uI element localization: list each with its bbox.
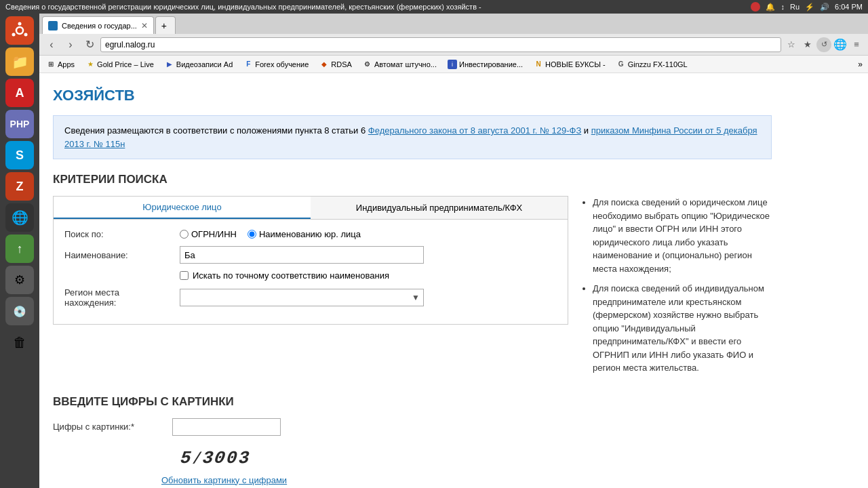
- exact-match-checkbox[interactable]: [180, 271, 189, 280]
- region-select[interactable]: [180, 289, 424, 306]
- bookmark-ginzzu-label: Ginzzu FX-110GL: [628, 60, 688, 68]
- bookmark-list-icon[interactable]: ★: [800, 37, 815, 52]
- form-body: Поиск по: ОГРН/ИНН Наименованию юр. лица: [54, 220, 568, 324]
- region-row: Регион места нахождения: ▼: [64, 287, 557, 308]
- forward-button[interactable]: ›: [62, 37, 79, 53]
- php-icon[interactable]: PHP: [5, 110, 34, 138]
- bookmark-apps[interactable]: ⊞ Apps: [42, 58, 79, 70]
- cdrom-icon[interactable]: 💿: [5, 297, 34, 325]
- back-button[interactable]: ‹: [43, 37, 60, 53]
- investment-icon: i: [448, 60, 457, 69]
- search-layout: Юридическое лицо Индивидуальный предприн…: [53, 196, 772, 382]
- address-bar[interactable]: [100, 37, 781, 52]
- app-sidebar: 📁 A PHP S Z 🌐 ↑ ⚙ 💿 🗑: [0, 14, 39, 488]
- update-manager-icon[interactable]: ↑: [5, 235, 34, 263]
- bookmark-gold-price-label: Gold Price – Live: [97, 60, 154, 68]
- captcha-image-area: 5/3003: [161, 441, 772, 475]
- lang-indicator: Ru: [790, 3, 800, 11]
- help-item-2: Для поиска сведений об индивидуальном пр…: [593, 282, 772, 375]
- captcha-refresh-link[interactable]: Обновить картинку с цифрами: [161, 475, 287, 485]
- files-icon[interactable]: 📁: [5, 47, 34, 76]
- refresh-icon[interactable]: ↺: [816, 37, 831, 52]
- svg-point-3: [24, 33, 28, 37]
- video-icon: ▶: [165, 60, 174, 69]
- chrome-icon: 🌐: [833, 37, 848, 52]
- clock: 6:04 PM: [835, 3, 863, 11]
- info-text-part1: Сведения размещаются в соответствии с по…: [64, 125, 366, 136]
- os-system-tray: 🔔 ↕ Ru ⚡ 🔊 6:04 PM: [751, 2, 863, 12]
- bookmarks-bar: ⊞ Apps ★ Gold Price – Live ▶ Видеозаписи…: [39, 56, 868, 73]
- captcha-image: 5/3003: [161, 441, 270, 475]
- region-label: Регион места нахождения:: [64, 287, 173, 308]
- help-list: Для поиска сведений о юридическом лице н…: [582, 196, 772, 375]
- bookmark-video-ads[interactable]: ▶ Видеозаписи Ad: [161, 58, 237, 70]
- bookmark-investment-label: Инвестирование...: [459, 60, 523, 68]
- gold-price-icon: ★: [85, 60, 95, 69]
- rdsa-icon: ◆: [319, 60, 329, 69]
- page-title: ХОЗЯЙСТВ: [53, 87, 772, 104]
- browser-icon[interactable]: 🌐: [5, 203, 34, 232]
- radio-ogrn-inn[interactable]: ОГРН/ИНН: [180, 229, 237, 239]
- filezilla-icon[interactable]: Z: [5, 172, 34, 201]
- nav-right-icons: ☆ ★ ↺ 🌐 ≡: [784, 37, 864, 52]
- help-text-panel: Для поиска сведений о юридическом лице н…: [582, 196, 772, 382]
- new-tab-button[interactable]: +: [155, 16, 176, 34]
- bookmark-avtomat[interactable]: ⚙ Автомат штучно...: [359, 58, 441, 70]
- menu-icon[interactable]: ≡: [849, 37, 864, 52]
- active-tab[interactable]: Сведения о государ... ✕: [42, 16, 154, 34]
- main-content-area[interactable]: ХОЗЯЙСТВ Сведения размещаются в соответс…: [39, 73, 868, 488]
- bookmark-star-icon[interactable]: ☆: [784, 37, 799, 52]
- bookmark-video-label: Видеозаписи Ad: [176, 60, 233, 68]
- bookmark-forex-label: Forex обучение: [255, 60, 309, 68]
- reload-button[interactable]: ↻: [81, 37, 98, 53]
- captcha-input[interactable]: [172, 418, 281, 436]
- info-conjunction: и: [584, 125, 591, 136]
- network-icon: ↕: [781, 3, 785, 11]
- trash-icon[interactable]: 🗑: [5, 328, 34, 357]
- name-label: Наименование:: [64, 250, 173, 260]
- close-icon[interactable]: [751, 2, 760, 12]
- captcha-label: Цифры с картинки:*: [53, 422, 161, 432]
- bookmark-investment[interactable]: i Инвестирование...: [443, 58, 527, 70]
- bookmark-gold-price[interactable]: ★ Gold Price – Live: [81, 58, 158, 70]
- os-title-bar: Сведения о государственной регистрации ю…: [0, 0, 868, 14]
- bookmarks-overflow-button[interactable]: »: [855, 58, 865, 70]
- svg-point-2: [18, 22, 22, 26]
- search-by-label: Поиск по:: [64, 229, 173, 239]
- info-box: Сведения размещаются в соответствии с по…: [53, 115, 772, 159]
- tab-favicon: [48, 21, 58, 30]
- region-select-wrap: ▼: [180, 289, 424, 306]
- forex-icon: F: [243, 60, 253, 69]
- page-body: ХОЗЯЙСТВ Сведения размещаются в соответс…: [39, 73, 785, 488]
- federal-law-link[interactable]: Федерального закона от 8 августа 2001 г.…: [368, 125, 581, 136]
- search-section-title: КРИТЕРИИ ПОИСКА: [53, 173, 772, 186]
- tab-individual[interactable]: Индивидуальный предприниматель/КФХ: [311, 197, 568, 219]
- navigation-bar: ‹ › ↻ ☆ ★ ↺ 🌐 ≡: [39, 34, 868, 56]
- ubuntu-icon[interactable]: [5, 16, 34, 45]
- bookmark-novye-buksy[interactable]: N НОВЫЕ БУКСЫ -: [530, 58, 610, 70]
- avtomat-icon: ⚙: [363, 60, 372, 69]
- bookmark-rdsa[interactable]: ◆ RDSA: [315, 58, 356, 70]
- bookmark-rdsa-label: RDSA: [331, 60, 352, 68]
- radio-ogrn-label: ОГРН/ИНН: [191, 229, 237, 239]
- bluetooth-icon: ⚡: [805, 3, 814, 12]
- text-editor-icon[interactable]: A: [5, 79, 34, 107]
- tab-legal-entity[interactable]: Юридическое лицо: [54, 197, 311, 219]
- tab-bar: Сведения о государ... ✕ +: [39, 14, 868, 34]
- tab-title: Сведения о государ...: [62, 22, 137, 30]
- radio-name-label: Наименованию юр. лица: [259, 229, 361, 239]
- tab-close-button[interactable]: ✕: [141, 21, 148, 30]
- skype-icon[interactable]: S: [5, 141, 34, 169]
- system-settings-icon[interactable]: ⚙: [5, 266, 34, 294]
- name-input[interactable]: [180, 246, 424, 264]
- bookmark-forex[interactable]: F Forex обучение: [239, 58, 313, 70]
- svg-point-4: [12, 33, 16, 37]
- captcha-section: ВВЕДИТЕ ЦИФРЫ С КАРТИНКИ Цифры с картинк…: [53, 395, 772, 485]
- name-row: Наименование:: [64, 246, 557, 264]
- volume-icon: 🔊: [820, 3, 829, 12]
- form-tabs: Юридическое лицо Индивидуальный предприн…: [54, 197, 568, 220]
- browser-window: Сведения о государ... ✕ + ‹ › ↻ ☆ ★ ↺ 🌐 …: [39, 14, 868, 488]
- radio-name[interactable]: Наименованию юр. лица: [248, 229, 361, 239]
- bookmark-ginzzu[interactable]: G Ginzzu FX-110GL: [612, 58, 692, 70]
- bookmark-novye-buksy-label: НОВЫЕ БУКСЫ -: [545, 60, 606, 68]
